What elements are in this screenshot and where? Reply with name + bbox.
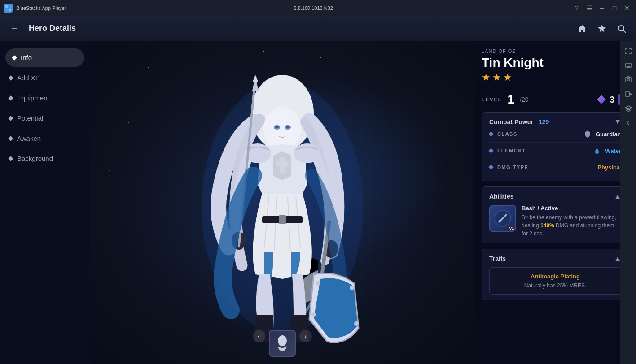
nav-label-add-xp: Add XP: [17, 74, 40, 82]
svg-rect-2: [5, 9, 8, 11]
hero-subtitle: Land of Oz: [482, 48, 629, 54]
character-viewport: ‹ ›: [90, 41, 474, 364]
physical-icon: [585, 163, 594, 172]
stat-value-dmg: Physical: [597, 164, 621, 171]
nav-item-awaken[interactable]: Awaken: [0, 129, 90, 147]
svg-rect-45: [625, 78, 632, 82]
abilities-section: Abilities ▲ + lv1 B: [482, 186, 629, 243]
close-button[interactable]: ✕: [622, 3, 632, 13]
traits-header: Traits ▲: [489, 255, 621, 263]
character-art: [90, 41, 474, 364]
hero-stars: ★ ★ ★: [482, 72, 629, 83]
back-button[interactable]: ←: [7, 22, 22, 36]
maximize-button[interactable]: □: [609, 3, 620, 13]
home-button[interactable]: [575, 22, 589, 36]
nav-diamond-add-xp: [8, 75, 13, 80]
abilities-label: Abilities: [489, 193, 513, 200]
menu-button[interactable]: ☰: [584, 3, 595, 13]
nav-label-info: Info: [21, 54, 32, 61]
star-1: ★: [482, 72, 491, 83]
svg-point-30: [311, 312, 316, 317]
title-bar: BlueStacks App Player 5.8.100.1013 N32 ?…: [0, 0, 636, 16]
svg-rect-47: [625, 92, 630, 96]
abilities-header: Abilities ▲: [489, 192, 621, 200]
nav-diamond-background: [8, 156, 13, 161]
guardian-icon: [583, 130, 592, 139]
minimize-button[interactable]: ─: [597, 3, 607, 13]
svg-rect-15: [276, 161, 289, 166]
combat-power-label: Combat Power 129: [489, 118, 549, 126]
level-label: LEVEL: [482, 97, 502, 102]
traits-label: Traits: [489, 255, 506, 262]
bs-expand-button[interactable]: [622, 45, 635, 57]
stat-label-class: CLASS: [497, 131, 583, 137]
character-thumbnail[interactable]: [269, 330, 296, 357]
ability-info-bash: Bash / Active Strike the enemy with a po…: [522, 205, 621, 238]
svg-point-9: [263, 107, 301, 150]
app-title: BlueStacks App Player: [16, 5, 290, 11]
svg-line-6: [623, 30, 626, 33]
left-nav: Info Add XP Equipment Potential Awaken B…: [0, 41, 90, 364]
bs-keyboard-button[interactable]: [622, 59, 635, 72]
thumb-prev-button[interactable]: ‹: [253, 330, 265, 342]
water-icon: [592, 146, 601, 155]
character-thumbnails: ‹ ›: [90, 330, 474, 357]
nav-label-awaken: Awaken: [17, 134, 41, 142]
bs-screenshot-button[interactable]: [622, 74, 635, 86]
svg-rect-0: [5, 5, 8, 8]
svg-point-5: [618, 26, 624, 31]
star-3: ★: [503, 72, 512, 83]
nav-diamond-equipment: [8, 95, 13, 100]
svg-point-12: [275, 126, 279, 128]
svg-rect-32: [279, 215, 286, 224]
nav-label-potential: Potential: [17, 114, 43, 122]
stat-label-element: ELEMENT: [497, 148, 592, 153]
stat-diamond-element: [488, 148, 493, 153]
stat-row-element: ELEMENT Water: [489, 143, 621, 159]
app-header: ← Hero Details: [0, 16, 636, 41]
window-controls: ? ☰ ─ □ ✕: [571, 3, 632, 13]
gem-count: 3: [610, 95, 614, 105]
svg-text:+: +: [496, 212, 498, 217]
thumb-next-button[interactable]: ›: [299, 330, 312, 342]
svg-marker-4: [598, 25, 606, 32]
svg-point-27: [316, 281, 320, 286]
stat-label-dmg: DMG TYPE: [497, 165, 585, 170]
trait-description: Naturally has 25% MRES.: [495, 282, 615, 289]
trait-card-antimagic: Antimagic Plating Naturally has 25% MRES…: [489, 267, 621, 295]
combat-power-section: Combat Power 129 ▼ CLASS Guardian EL: [482, 112, 629, 181]
main-content: Info Add XP Equipment Potential Awaken B…: [0, 41, 636, 364]
nav-item-potential[interactable]: Potential: [0, 109, 90, 127]
ability-icon-bash: + lv1: [489, 205, 516, 232]
nav-item-equipment[interactable]: Equipment: [0, 89, 90, 107]
svg-rect-3: [9, 9, 11, 11]
header-icons: [575, 22, 629, 36]
search-button[interactable]: [614, 22, 629, 36]
stat-diamond-dmg: [488, 165, 493, 169]
stat-row-dmg: DMG TYPE Physical: [489, 159, 621, 175]
stat-row-class: CLASS Guardian: [489, 126, 621, 143]
traits-section: Traits ▲ Antimagic Plating Naturally has…: [482, 249, 629, 300]
favorite-button[interactable]: [595, 22, 609, 36]
ability-desc-bash: Strike the enemy with a powerful swing, …: [522, 213, 621, 238]
combat-power-value: 129: [539, 118, 549, 126]
svg-point-46: [627, 79, 629, 81]
app-version: 5.8.100.1013 N32: [294, 5, 568, 11]
bs-sidebar: [620, 41, 636, 364]
nav-item-info[interactable]: Info: [5, 48, 84, 67]
page-title: Hero Details: [29, 24, 568, 33]
character-svg: [166, 50, 399, 364]
help-button[interactable]: ?: [571, 3, 582, 13]
svg-marker-48: [630, 93, 632, 95]
bs-layers-button[interactable]: [622, 102, 635, 115]
bs-back-button[interactable]: [622, 117, 635, 129]
ability-item-bash: + lv1 Bash / Active Strike the enemy wit…: [489, 205, 621, 238]
nav-item-add-xp[interactable]: Add XP: [0, 69, 90, 87]
svg-point-33: [278, 335, 287, 346]
nav-item-background[interactable]: Background: [0, 149, 90, 168]
level-value: 1: [507, 92, 514, 107]
combat-power-header: Combat Power 129 ▼: [489, 118, 621, 126]
bs-record-button[interactable]: [622, 88, 635, 100]
nav-diamond-info: [12, 55, 17, 60]
stat-value-element: Water: [605, 147, 621, 154]
